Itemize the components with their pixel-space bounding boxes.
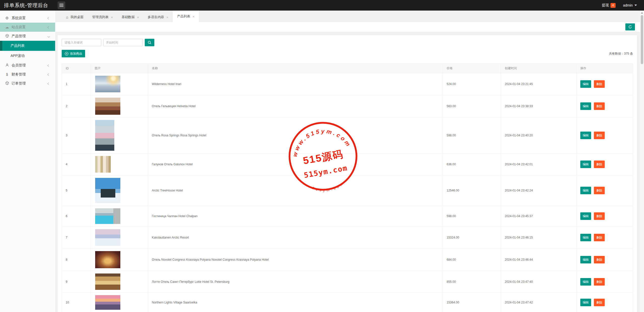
sidebar-item-0[interactable]: ⚙系统设置 <box>0 14 55 23</box>
tab-0[interactable]: ⌂我的桌面 <box>62 12 88 22</box>
chevron-down-icon <box>48 35 50 37</box>
column-header: 价格 <box>443 64 501 73</box>
edit-button[interactable]: 编辑 <box>580 187 591 194</box>
cell-created: 2024-01-04 23:38:33 <box>501 95 577 118</box>
cell-image <box>91 153 148 175</box>
cell-price: 598.00 <box>443 118 501 153</box>
column-header: ID <box>62 64 91 73</box>
cell-price: 15364.00 <box>443 293 501 312</box>
edit-button[interactable]: 编辑 <box>580 278 591 286</box>
delete-button[interactable]: 删除 <box>594 161 605 168</box>
withdraw-link[interactable]: 提现 4 <box>602 3 616 8</box>
table-row: 3Отель Rosa Springs Rosa Springs Hotel59… <box>62 118 633 153</box>
delete-button[interactable]: 删除 <box>594 132 605 139</box>
top-bar: 排单系统-管理后台 提现 4 admin <box>0 0 644 11</box>
delete-button[interactable]: 删除 <box>594 212 605 220</box>
tab-label: 基础数据 <box>122 15 135 19</box>
delete-button[interactable]: 删除 <box>594 102 605 110</box>
cell-name: Northern Lights Village Saariselka <box>148 293 443 312</box>
start-time-input[interactable] <box>103 39 143 46</box>
sidebar-item-4[interactable]: $财务管理 <box>0 70 55 79</box>
sidebar-subitem-2-1[interactable]: APP滚动 <box>0 51 55 61</box>
cell-name: Отель Novotel Congress Krasnaya Polyana … <box>148 249 443 271</box>
cell-id: 8 <box>62 249 91 271</box>
cell-price: 15324.00 <box>443 227 501 249</box>
search-button[interactable] <box>145 39 154 46</box>
scrollbar-thumb[interactable] <box>641 15 643 64</box>
sidebar-item-label: 产品管理 <box>0 34 26 38</box>
cell-created: 2024-01-04 23:45:37 <box>501 206 577 227</box>
dusk-snow-village-photo <box>95 295 120 310</box>
delete-button[interactable]: 删除 <box>594 278 605 286</box>
scroll-up-arrow-icon[interactable] <box>641 12 643 14</box>
cell-actions: 编辑删除 <box>577 206 633 227</box>
refresh-button[interactable] <box>625 23 635 30</box>
tab-label: 多语言内容 <box>148 15 164 19</box>
tab-label: 管理员列表 <box>92 15 109 19</box>
edit-button[interactable]: 编辑 <box>580 161 591 168</box>
cell-created: 2024-01-04 23:46:44 <box>501 249 577 271</box>
sidebar-item-2[interactable]: 产品管理 <box>0 32 55 41</box>
delete-button[interactable]: 删除 <box>594 80 605 88</box>
user-menu[interactable]: admin <box>623 3 637 7</box>
arctic-cabin-photo <box>95 178 120 203</box>
delete-button[interactable]: 删除 <box>594 234 605 241</box>
tab-2[interactable]: 基础数据× <box>117 12 144 22</box>
cell-created: 2024-01-04 23:40:20 <box>501 118 577 153</box>
sidebar-item-label: 会员管理 <box>0 63 26 68</box>
sidebar-item-1[interactable]: ☁站点设置 <box>0 23 55 32</box>
sidebar-item-5[interactable]: 订单管理 <box>0 79 55 88</box>
cell-actions: 编辑删除 <box>577 118 633 153</box>
edit-button[interactable]: 编辑 <box>580 132 591 139</box>
cell-actions: 编辑删除 <box>577 153 633 175</box>
column-header: 图片 <box>91 64 148 73</box>
edit-button[interactable]: 编辑 <box>580 299 591 306</box>
chevron-left-icon <box>48 82 50 85</box>
hotel-room-photo <box>95 98 120 115</box>
delete-button[interactable]: 删除 <box>594 187 605 194</box>
sidebar-item-label: 站点设置 <box>0 25 26 29</box>
cell-actions: 编辑删除 <box>577 271 633 293</box>
cell-name: Лотте Отель Санкт-Петербург Lotte Hotel … <box>148 271 443 293</box>
edit-button[interactable]: 编辑 <box>580 234 591 241</box>
cell-name: Отель Rosa Springs Rosa Springs Hotel <box>148 118 443 153</box>
tab-label: 产品列表 <box>177 14 190 19</box>
cell-id: 10 <box>62 293 91 312</box>
close-icon[interactable]: × <box>192 14 195 19</box>
close-icon[interactable]: × <box>166 15 169 19</box>
cell-created: 2024-01-04 23:42:24 <box>501 175 577 206</box>
cell-actions: 编辑删除 <box>577 73 633 95</box>
sidebar-subitem-2-0[interactable]: 产品列表 <box>0 41 55 51</box>
sidebar-item-label: 财务管理 <box>0 72 26 77</box>
hamburger-menu-icon[interactable] <box>58 2 65 9</box>
edit-button[interactable]: 编辑 <box>580 256 591 263</box>
cell-id: 5 <box>62 175 91 206</box>
close-icon[interactable]: × <box>137 15 139 19</box>
cell-name: Kakslauttanen Arctic Resort <box>148 227 443 249</box>
sidebar-item-3[interactable]: 会员管理 <box>0 61 55 70</box>
tab-4[interactable]: 产品列表× <box>173 11 199 22</box>
withdraw-count-badge: 4 <box>611 3 616 8</box>
delete-button[interactable]: 删除 <box>594 299 605 306</box>
tab-1[interactable]: 管理员列表× <box>88 12 117 22</box>
cell-actions: 编辑删除 <box>577 293 633 312</box>
cell-name: Arctic TreeHouse Hotel <box>148 175 443 206</box>
delete-button[interactable]: 删除 <box>594 256 605 263</box>
cell-price: 636.00 <box>443 153 501 175</box>
cell-actions: 编辑删除 <box>577 175 633 206</box>
cell-image <box>91 271 148 293</box>
cell-id: 7 <box>62 227 91 249</box>
table-row: 4Галунов Отель Galunov Hotel636.002024-0… <box>62 153 633 175</box>
cell-name: Отель Гельвеция Helvetia Hotel <box>148 95 443 118</box>
product-table: ID图片名称价格创建时间操作 1Wilderness Hotel Inari52… <box>62 63 633 312</box>
close-icon[interactable]: × <box>111 15 113 19</box>
vertical-scrollbar <box>640 11 644 312</box>
cell-actions: 编辑删除 <box>577 95 633 118</box>
keyword-input[interactable] <box>62 39 101 46</box>
edit-button[interactable]: 编辑 <box>580 212 591 220</box>
tab-3[interactable]: 多语言内容× <box>144 12 173 22</box>
add-product-button[interactable]: 添加商品 <box>62 50 85 57</box>
edit-button[interactable]: 编辑 <box>580 80 591 88</box>
edit-button[interactable]: 编辑 <box>580 102 591 110</box>
indoor-pool-photo <box>95 208 120 224</box>
